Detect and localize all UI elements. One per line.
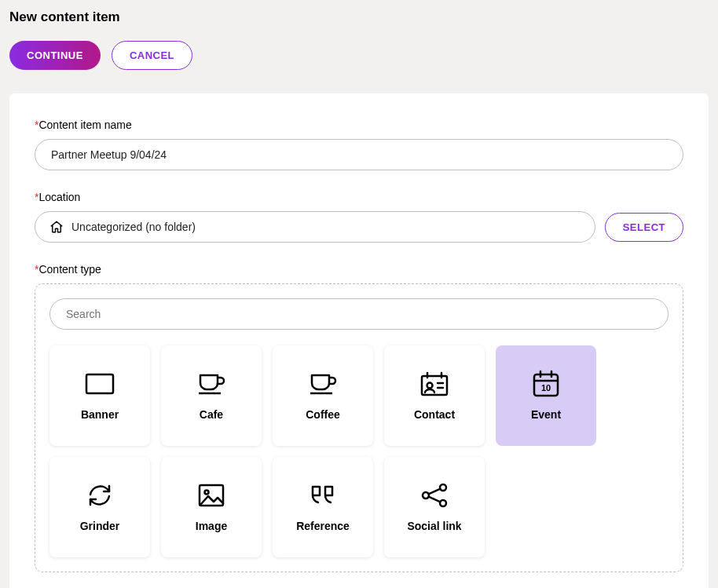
content-type-search-input[interactable] [49, 298, 669, 330]
content-name-label-text: Content item name [38, 119, 131, 131]
quote-icon [307, 482, 339, 509]
location-display[interactable]: Uncategorized (no folder) [35, 211, 595, 243]
location-row: Uncategorized (no folder) SELECT [35, 211, 683, 243]
svg-point-4 [427, 383, 433, 389]
content-name-input[interactable] [35, 139, 683, 170]
continue-button[interactable]: CONTINUE [9, 41, 101, 70]
cup-icon [196, 371, 227, 397]
content-type-tile-event[interactable]: 10 Event [496, 345, 596, 446]
content-type-tile-banner[interactable]: Banner [49, 345, 150, 446]
form-card: *Content item name *Location Uncategoriz… [9, 93, 709, 588]
cancel-button[interactable]: CANCEL [112, 41, 192, 70]
content-type-tile-contact[interactable]: Contact [384, 345, 485, 446]
svg-line-17 [429, 489, 441, 495]
content-type-tile-label: Coffee [306, 408, 340, 421]
content-type-label-text: Content type [38, 263, 101, 276]
content-type-tile-reference[interactable]: Reference [273, 457, 373, 557]
svg-text:10: 10 [541, 383, 551, 393]
banner-icon [84, 371, 115, 397]
content-type-tile-image[interactable]: Image [161, 457, 262, 557]
content-type-tile-label: Event [531, 408, 561, 421]
content-type-tile-label: Social link [407, 520, 461, 532]
image-icon [196, 482, 227, 509]
content-type-tile-social-link[interactable]: Social link [384, 457, 485, 557]
content-type-box: Banner Cafe Coffee Contact 10 Event Grin… [35, 283, 683, 572]
share-icon [419, 482, 450, 509]
location-select-button[interactable]: SELECT [605, 213, 683, 242]
svg-line-18 [429, 497, 441, 502]
contact-icon [419, 371, 450, 397]
location-label: *Location [35, 191, 683, 203]
content-type-field: *Content type Banner Cafe Coffee Contact… [35, 263, 683, 572]
page-title: New content item [9, 9, 709, 25]
svg-point-16 [440, 500, 446, 506]
location-label-text: Location [38, 191, 80, 203]
svg-point-15 [440, 484, 446, 491]
home-icon [49, 220, 64, 234]
svg-rect-0 [86, 374, 113, 393]
content-type-tile-label: Image [196, 520, 227, 532]
location-value: Uncategorized (no folder) [71, 221, 196, 233]
content-type-tile-label: Grinder [80, 520, 120, 532]
content-type-tile-coffee[interactable]: Coffee [273, 345, 373, 446]
refresh-icon [84, 482, 115, 509]
content-type-tile-label: Contact [414, 408, 455, 421]
svg-point-14 [423, 492, 429, 499]
content-type-label: *Content type [35, 263, 683, 276]
location-field: *Location Uncategorized (no folder) SELE… [35, 191, 683, 243]
content-type-tile-cafe[interactable]: Cafe [161, 345, 262, 446]
content-type-tile-label: Banner [81, 408, 119, 421]
content-name-field: *Content item name [35, 119, 683, 170]
content-name-label: *Content item name [35, 119, 683, 131]
content-type-grid: Banner Cafe Coffee Contact 10 Event Grin… [49, 345, 669, 557]
content-type-tile-label: Reference [296, 520, 350, 532]
action-button-row: CONTINUE CANCEL [9, 41, 709, 70]
svg-point-13 [205, 491, 209, 495]
content-type-tile-label: Cafe [200, 408, 223, 421]
content-type-tile-grinder[interactable]: Grinder [49, 457, 150, 557]
calendar-icon: 10 [530, 371, 562, 397]
cup-icon [307, 371, 339, 397]
